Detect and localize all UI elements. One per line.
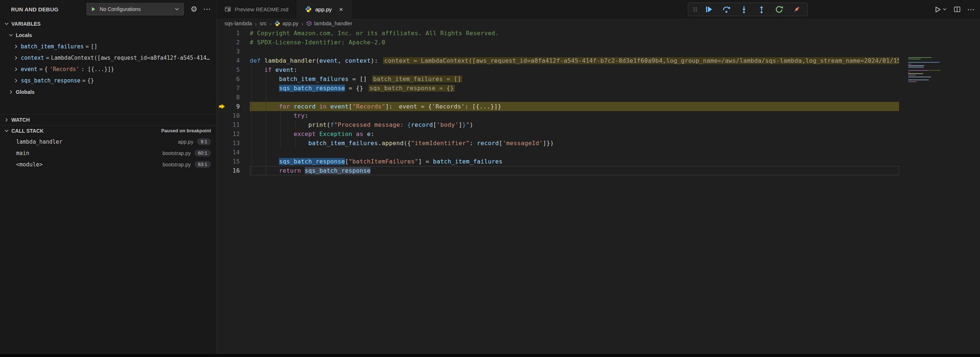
step-into-button[interactable]: [735, 3, 752, 16]
more-actions-icon[interactable]: ⋯: [203, 5, 211, 14]
code-line[interactable]: 1# Copyright Amazon.com, Inc. or its aff…: [216, 29, 980, 38]
gutter-line-number[interactable]: 4: [216, 56, 250, 65]
breadcrumb-item-symbol[interactable]: lambda_handler: [306, 21, 352, 26]
code-line[interactable]: 16 return sqs_batch_response: [216, 166, 980, 175]
continue-button[interactable]: [700, 3, 718, 16]
breadcrumb-separator: ›: [301, 21, 303, 27]
code-line[interactable]: 8: [216, 93, 980, 102]
indent-guide: [251, 166, 251, 175]
indent-guide: [280, 111, 281, 120]
method-symbol-icon: [306, 21, 312, 26]
code-line[interactable]: 15 sqs_batch_response["batchItemFailures…: [216, 157, 980, 166]
gutter-line-number[interactable]: 13: [216, 139, 250, 148]
step-out-button[interactable]: [752, 3, 770, 16]
call-stack-section-header[interactable]: CALL STACK Paused on breakpoint: [0, 125, 216, 136]
debug-inline-value: context = LambdaContext([aws_request_id=…: [383, 57, 899, 64]
code-line[interactable]: 11 print(f"Processed message: {record['b…: [216, 120, 980, 129]
gutter-line-number[interactable]: 8: [216, 93, 250, 102]
code-line-content[interactable]: [250, 47, 899, 56]
code-line-content[interactable]: if event:: [250, 65, 899, 74]
gutter-line-number[interactable]: 3: [216, 47, 250, 56]
frame-name: lambda_handler: [16, 139, 62, 145]
code-line-content[interactable]: [250, 93, 899, 102]
minimap[interactable]: [908, 57, 940, 83]
variable-row-batch-item-failures[interactable]: batch_item_failures = []: [0, 41, 216, 52]
gutter-line-number[interactable]: 16: [216, 166, 250, 175]
gear-icon[interactable]: ⚙: [191, 5, 197, 14]
indent-guide: [266, 129, 266, 139]
indent-guide: [280, 139, 281, 148]
more-actions-icon[interactable]: ⋯: [967, 5, 975, 14]
code-line-content[interactable]: sqs_batch_response = {}sqs_batch_respons…: [250, 84, 899, 93]
variable-row-event[interactable]: event = {'Records': [{...}]}: [0, 64, 216, 75]
tab-app-py[interactable]: app.py ×: [297, 0, 352, 18]
code-line-content[interactable]: def lambda_handler(event, context):conte…: [250, 56, 899, 65]
disconnect-button[interactable]: [788, 3, 805, 16]
restart-button[interactable]: [770, 3, 788, 16]
debug-inline-value: batch_item_failures = []: [372, 75, 462, 83]
gutter-line-number[interactable]: 6: [216, 74, 250, 84]
code-line-content[interactable]: sqs_batch_response["batchItemFailures"] …: [250, 157, 899, 166]
code-line-content[interactable]: for record in event["Records"]:event = {…: [250, 102, 899, 111]
code-line-content[interactable]: [250, 148, 899, 157]
gutter-line-number[interactable]: 1: [216, 29, 250, 38]
code-line-content[interactable]: # SPDX-License-Identifier: Apache-2.0: [250, 38, 899, 47]
chevron-right-icon: [13, 44, 19, 49]
gutter-line-number[interactable]: 2: [216, 38, 250, 47]
gutter-line-number[interactable]: 9: [216, 102, 250, 111]
gutter-line-number[interactable]: 7: [216, 84, 250, 93]
chevron-right-icon: [13, 55, 19, 61]
breadcrumb-item-file[interactable]: app.py: [274, 21, 299, 26]
code-line[interactable]: 7 sqs_batch_response = {}sqs_batch_respo…: [216, 84, 980, 93]
code-line-content[interactable]: print(f"Processed message: {record['body…: [250, 120, 899, 129]
indent-guide: [266, 120, 266, 129]
code-line[interactable]: 2# SPDX-License-Identifier: Apache-2.0: [216, 38, 980, 47]
run-python-file-button[interactable]: [934, 6, 947, 13]
code-line-content[interactable]: return sqs_batch_response: [250, 166, 899, 175]
code-line[interactable]: 4def lambda_handler(event, context):cont…: [216, 56, 980, 65]
step-over-button[interactable]: [718, 3, 735, 16]
indent-guide: [251, 129, 251, 139]
code-line[interactable]: 10 try:: [216, 111, 980, 120]
code-line-content[interactable]: batch_item_failures.append({"itemIdentif…: [250, 139, 899, 148]
gutter-line-number[interactable]: 12: [216, 129, 250, 139]
gutter-line-number[interactable]: 5: [216, 65, 250, 74]
drag-handle-icon[interactable]: [690, 6, 700, 13]
breadcrumb-item-src[interactable]: src: [260, 21, 267, 26]
code-line-content[interactable]: batch_item_failures = []batch_item_failu…: [250, 74, 899, 84]
watch-section-header[interactable]: WATCH: [0, 114, 216, 125]
code-line[interactable]: 14: [216, 148, 980, 157]
stack-frame-main[interactable]: main bootstrap.py60:1: [0, 147, 216, 159]
variables-section-header[interactable]: VARIABLES: [0, 18, 216, 29]
stack-frame-module[interactable]: <module> bootstrap.py63:1: [0, 159, 216, 170]
close-icon[interactable]: ×: [339, 6, 343, 13]
code-line[interactable]: 3: [216, 47, 980, 56]
code-line[interactable]: 12 except Exception as e:: [216, 129, 980, 139]
code-line-content[interactable]: except Exception as e:: [250, 129, 899, 139]
code-editor[interactable]: 1# Copyright Amazon.com, Inc. or its aff…: [216, 29, 980, 175]
split-editor-button[interactable]: [954, 6, 961, 13]
gutter-line-number[interactable]: 10: [216, 111, 250, 120]
code-line-content[interactable]: # Copyright Amazon.com, Inc. or its affi…: [250, 29, 899, 38]
variable-row-context[interactable]: context = LambdaContext([aws_request_id=…: [0, 52, 216, 64]
gutter-line-number[interactable]: 15: [216, 157, 250, 166]
debug-configuration-dropdown[interactable]: No Configurations: [86, 3, 184, 15]
scope-locals[interactable]: Locals: [0, 29, 216, 41]
gutter-line-number[interactable]: 11: [216, 120, 250, 129]
gutter-line-number[interactable]: 14: [216, 148, 250, 157]
variable-row-sqs-batch-response[interactable]: sqs_batch_response = {}: [0, 75, 216, 86]
call-stack-section-label: CALL STACK: [11, 128, 44, 134]
indent-guide: [266, 111, 266, 120]
breadcrumb-item-folder[interactable]: sqs-lambda: [224, 21, 252, 26]
globals-label: Globals: [16, 89, 34, 95]
start-debug-icon[interactable]: [91, 6, 96, 12]
scope-globals[interactable]: Globals: [0, 86, 216, 97]
code-line[interactable]: 9 for record in event["Records"]:event =…: [216, 102, 980, 111]
tab-preview-readme[interactable]: Preview README.md: [216, 0, 297, 18]
code-line[interactable]: 6 batch_item_failures = []batch_item_fai…: [216, 74, 980, 84]
code-line-content[interactable]: try:: [250, 111, 899, 120]
code-line[interactable]: 13 batch_item_failures.append({"itemIden…: [216, 139, 980, 148]
frame-position-badge: 63:1: [194, 161, 211, 168]
code-line[interactable]: 5 if event:: [216, 65, 980, 74]
stack-frame-lambda-handler[interactable]: lambda_handler app.py9:1: [0, 136, 216, 147]
